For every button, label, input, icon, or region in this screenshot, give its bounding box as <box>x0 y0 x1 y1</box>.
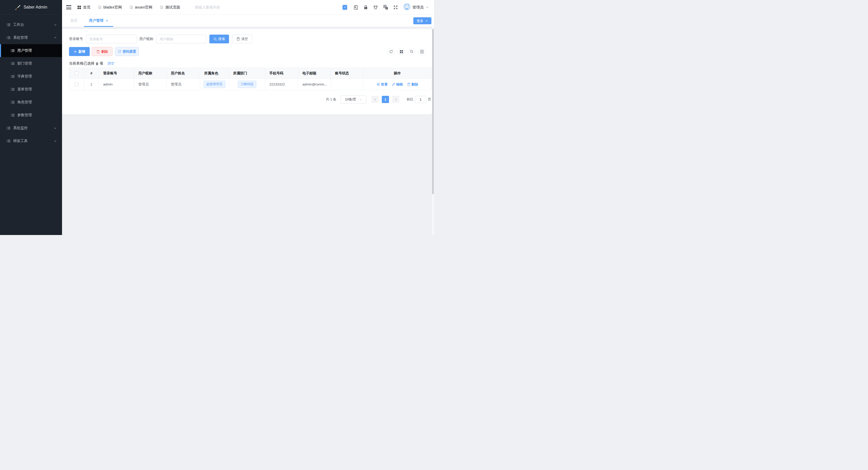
pagination-total: 共 1 条 <box>326 97 336 102</box>
selection-prefix: 当前表格已选择 <box>69 61 94 66</box>
cell-nickname: 管理员 <box>134 79 167 90</box>
sidebar-item-label: 系统管理 <box>13 35 28 40</box>
chevron-down-icon <box>54 23 57 26</box>
search-input[interactable] <box>195 5 244 9</box>
tab-home[interactable]: 首页 <box>70 15 78 27</box>
search-icon[interactable] <box>408 48 415 55</box>
nav-item-test-page[interactable]: 测试页面 <box>160 5 180 10</box>
more-button-label: 更多 <box>417 19 424 23</box>
column-header-name: 用户姓名 <box>167 68 200 79</box>
select-all-checkbox[interactable] <box>75 71 79 75</box>
sidebar-item-system-management[interactable]: 系统管理 <box>0 31 62 44</box>
list-icon[interactable] <box>418 48 426 55</box>
nickname-label: 用户昵称 <box>139 37 153 41</box>
cell-status <box>331 79 364 90</box>
clear-button[interactable]: 清空 <box>232 35 252 43</box>
password-reset-button[interactable]: 密码重置 <box>115 47 139 56</box>
nav-item-bladex[interactable]: bladex官网 <box>98 5 122 10</box>
fullscreen-icon[interactable] <box>394 5 398 9</box>
edit-action[interactable]: 编辑 <box>392 82 403 87</box>
chevron-down-icon <box>54 139 57 142</box>
prev-page-button[interactable] <box>371 96 379 103</box>
scrollbar-thumb[interactable] <box>432 29 434 194</box>
goto-prefix: 前往 <box>407 97 413 102</box>
chevron-down-icon <box>426 6 429 9</box>
sidebar-item-dev-tools[interactable]: 研发工具 <box>0 135 62 147</box>
refresh-icon[interactable] <box>387 48 395 55</box>
sidebar: Saber Admin 工作台 系统管理 用户管理 部门管理 <box>0 0 62 235</box>
selection-count: 0 <box>96 62 98 66</box>
search-button[interactable]: 搜索 <box>209 35 229 43</box>
sidebar-item-role-management[interactable]: 角色管理 <box>0 96 62 109</box>
hamburger-icon[interactable] <box>66 5 71 9</box>
sidebar-item-workbench[interactable]: 工作台 <box>0 18 62 31</box>
list-icon <box>11 101 14 104</box>
cell-real-name: 管理员 <box>167 79 200 90</box>
more-button[interactable]: 更多 <box>413 17 431 24</box>
user-menu[interactable]: 管理员 <box>403 3 429 11</box>
chevron-down-icon <box>425 20 428 22</box>
sidebar-item-system-monitor[interactable]: 系统监控 <box>0 122 62 135</box>
view-action[interactable]: 查看 <box>377 82 388 87</box>
list-icon <box>11 62 14 65</box>
table-row: 1 admin 管理员 管理员 超级管理员 刀锋科技 22233322 admi… <box>69 79 431 90</box>
add-button[interactable]: 新增 <box>69 47 90 56</box>
chevron-up-icon <box>54 36 57 39</box>
list-icon <box>7 23 10 26</box>
column-header-nickname: 用户昵称 <box>134 68 167 79</box>
nickname-input[interactable] <box>156 35 206 43</box>
delete-button[interactable]: 删除 <box>92 47 113 56</box>
sidebar-item-label: 参数管理 <box>17 113 32 118</box>
column-header-actions: 操作 <box>364 68 431 79</box>
pagination: 共 1 条 10条/页 1 前往 页 <box>69 95 431 104</box>
next-page-button[interactable] <box>392 96 399 103</box>
tabbar: 首页 用户管理 更多 <box>62 15 434 27</box>
tab-user-management[interactable]: 用户管理 <box>84 15 113 27</box>
app-logo: Saber Admin <box>0 0 62 15</box>
tab-label: 用户管理 <box>89 18 103 23</box>
collapse-toggle-icon[interactable] <box>341 4 348 11</box>
translate-icon[interactable]: A <box>383 5 388 9</box>
nav-item-home[interactable]: 首页 <box>78 5 90 10</box>
sidebar-item-dict-management[interactable]: 字典管理 <box>0 70 62 83</box>
sidebar-item-param-management[interactable]: 参数管理 <box>0 109 62 122</box>
sidebar-item-label: 研发工具 <box>13 139 28 143</box>
page-size-select[interactable]: 10条/页 <box>340 95 366 104</box>
sidebar-item-menu-management[interactable]: 菜单管理 <box>0 83 62 96</box>
column-grid-icon[interactable] <box>398 48 405 55</box>
trash-icon <box>237 37 240 41</box>
account-input[interactable] <box>86 35 137 43</box>
nav-item-label: bladex官网 <box>103 5 122 10</box>
nav-item-label: 测试页面 <box>165 5 180 10</box>
sidebar-item-label: 系统监控 <box>13 126 28 130</box>
filter-row: 登录账号 用户昵称 搜索 清空 <box>69 35 432 43</box>
delete-action[interactable]: 删除 <box>407 82 418 87</box>
sidebar-item-label: 菜单管理 <box>17 87 32 92</box>
close-icon[interactable] <box>106 20 108 22</box>
sidebar-item-label: 角色管理 <box>17 100 32 105</box>
sidebar-submenu-system: 用户管理 部门管理 字典管理 菜单管理 角色管理 <box>0 44 62 122</box>
clipboard-wrench-icon[interactable] <box>353 5 358 10</box>
user-management-panel: 登录账号 用户昵称 搜索 清空 <box>62 29 432 114</box>
sword-icon <box>15 4 21 10</box>
tshirt-icon[interactable] <box>373 5 378 9</box>
user-name: 管理员 <box>412 5 424 10</box>
page-size-value: 10条/页 <box>345 97 356 102</box>
row-checkbox[interactable] <box>75 82 79 86</box>
lock-icon[interactable] <box>364 5 368 9</box>
selection-clear-link[interactable]: 清空 <box>107 61 114 66</box>
sidebar-item-dept-management[interactable]: 部门管理 <box>0 57 62 70</box>
cell-email: admin@ronris... <box>298 79 331 90</box>
avatar <box>403 3 410 11</box>
current-page-button[interactable]: 1 <box>382 96 389 103</box>
sidebar-item-label: 用户管理 <box>17 48 32 53</box>
goto-suffix: 页 <box>428 97 431 102</box>
nav-item-avuex[interactable]: avuex官网 <box>130 5 153 10</box>
sidebar-item-user-management[interactable]: 用户管理 <box>0 44 62 57</box>
account-label: 登录账号 <box>69 37 83 41</box>
goto-page-input[interactable] <box>415 96 426 103</box>
selection-info: 当前表格已选择 0 项 清空 <box>69 60 432 67</box>
trash-icon <box>96 50 100 54</box>
row-actions: 查看 编辑 删除 <box>364 82 431 87</box>
scrollbar-track[interactable] <box>432 27 434 235</box>
